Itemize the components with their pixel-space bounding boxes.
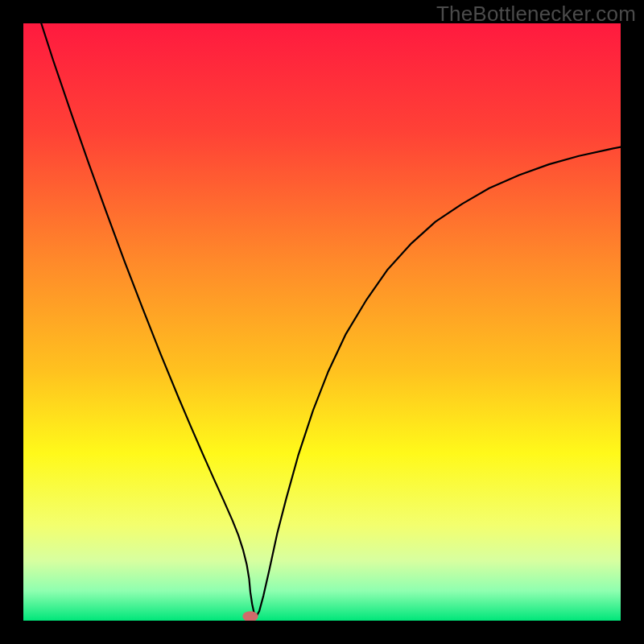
watermark-text: TheBottlenecker.com xyxy=(436,2,636,27)
gradient-background xyxy=(23,23,621,621)
bottleneck-chart xyxy=(23,23,621,621)
plot-frame xyxy=(23,23,621,621)
chart-container: TheBottlenecker.com xyxy=(0,0,644,644)
